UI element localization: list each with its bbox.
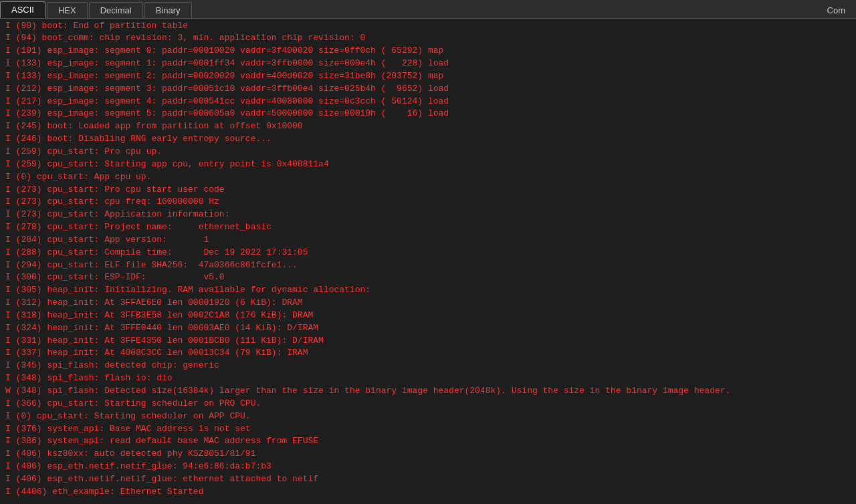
console-line: I (294) cpu_start: ELF file SHA256: 47a0… [5,259,851,272]
console-line: I (217) esp_image: segment 4: paddr=0005… [5,96,851,108]
console-line: I (212) esp_image: segment 3: paddr=0005… [5,83,851,96]
console-line: I (284) cpu_start: App version: 1 [5,234,851,247]
console-line: I (406) ksz80xx: auto detected phy KSZ80… [5,448,851,461]
console-line: I (305) heap_init: Initializing. RAM ava… [5,284,851,297]
console-line: I (331) heap_init: At 3FFE4350 len 0001B… [5,335,851,348]
console-line: I (386) system_api: read default base MA… [5,435,851,448]
console-line: I (337) heap_init: At 4008C3CC len 00013… [5,347,851,360]
console-line: I (318) heap_init: At 3FFB3E58 len 0002C… [5,309,851,322]
console-line: I (133) esp_image: segment 2: paddr=0002… [5,70,851,83]
console-line: I (94) boot_comm: chip revision: 3, min.… [5,32,851,45]
console-line: I (288) cpu_start: Compile time: Dec 19 … [5,247,851,259]
console-line: I (245) boot: Loaded app from partition … [5,120,851,133]
console-line: I (259) cpu_start: Pro cpu up. [5,146,851,158]
console-line: I (300) cpu_start: ESP-IDF: v5.0 [5,271,851,284]
com-label: Com [817,3,856,18]
console-line: I (239) esp_image: segment 5: paddr=0006… [5,108,851,120]
console-line: I (376) system_api: Base MAC address is … [5,423,851,436]
tab-binary[interactable]: Binary [144,2,192,18]
console-line: I (406) esp_eth.netif.netif_glue: ethern… [5,473,851,486]
console-line: I (366) cpu_start: Starting scheduler on… [5,398,851,410]
console-line: I (0) cpu_start: Starting scheduler on A… [5,410,851,423]
console-line: I (324) heap_init: At 3FFE0440 len 00003… [5,322,851,335]
console-line: I (312) heap_init: At 3FFAE6E0 len 00001… [5,297,851,309]
tab-ascii[interactable]: ASCII [0,1,45,18]
console-line: I (273) cpu_start: Pro cpu start user co… [5,184,851,197]
console-line: I (4406) eth_example: Ethernet Started [5,486,851,499]
console-line: I (406) esp_eth.netif.netif_glue: 94:e6:… [5,461,851,473]
console-line: I (133) esp_image: segment 1: paddr=0001… [5,57,851,70]
console-line: I (348) spi_flash: flash io: dio [5,372,851,385]
console-output: I (75) boot: 1 phy_init RF data 01 01 00… [0,19,856,501]
tab-bar: ASCII HEX Decimal Binary Com [0,0,856,19]
console-line: I (273) cpu_start: Application informati… [5,209,851,221]
console-line: I (246) boot: Disabling RNG early entrop… [5,133,851,146]
console-line: I (273) cpu_start: cpu freq: 160000000 H… [5,196,851,209]
console-line: I (0) cpu_start: App cpu up. [5,171,851,184]
tab-decimal[interactable]: Decimal [89,2,143,18]
console-line: I (345) spi_flash: detected chip: generi… [5,360,851,372]
tab-hex[interactable]: HEX [47,2,88,18]
console-line: I (101) esp_image: segment 0: paddr=0001… [5,45,851,57]
console-line: I (90) boot: End of partition table [5,20,851,33]
console-line: I (259) cpu_start: Starting app cpu, ent… [5,158,851,171]
console-line: I (278) cpu_start: Project name: etherne… [5,221,851,234]
console-line: W (348) spi_flash: Detected size(16384k)… [5,385,851,398]
